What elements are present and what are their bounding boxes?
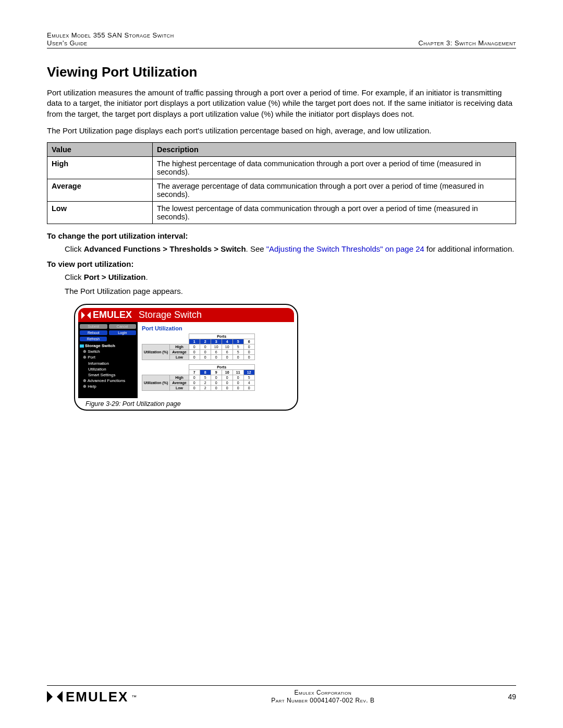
proc2-heading: To view port utilization: [47,260,516,268]
submit-button[interactable]: Submit [80,324,107,329]
reboot-button[interactable]: Reboot [80,330,107,335]
intro-para-1: Port utilization measures the amount of … [47,88,516,119]
tree-port[interactable]: Port [80,354,136,360]
proc2-line2: The Port Utilization page appears. [65,286,516,297]
header-left-2: User's Guide [47,39,88,47]
th-description: Description [153,143,516,157]
tree-help[interactable]: Help [80,384,136,389]
ports-table-1: Ports 1 2 3 4 5 6 Utilization (%) Hi [142,334,255,360]
footer-center: Emulex Corporation Part Number 00041407-… [271,689,374,705]
figure-caption: Figure 3-29: Port Utilization page [85,400,294,408]
switch-icon [80,344,84,348]
tree-information[interactable]: Information [80,361,136,366]
port-utilization-screenshot: EMULEX Storage Switch Submit Cancel Rebo… [74,304,298,411]
proc1-body: Click Advanced Functions > Thresholds > … [65,243,516,254]
row-value: High [47,157,153,179]
row-desc: The highest percentage of data communica… [153,157,516,179]
th-value: Value [47,143,153,157]
brand-name: EMULEX [93,310,132,320]
row-desc: The average percentage of data communica… [153,179,516,202]
emulex-footer-logo: EMULEX™ [47,689,138,705]
emulex-logo-icon [81,312,91,319]
value-description-table: Value Description High The highest perce… [47,142,516,224]
table-row: Average The average percentage of data c… [47,179,516,202]
intro-para-2: The Port Utilization page displays each … [47,126,516,136]
proc1-heading: To change the port utilization interval: [47,231,516,240]
sidebar: Submit Cancel Reboot Login Refresh Stora… [78,322,138,398]
tree-smart-settings[interactable]: Smart Settings [80,372,136,378]
header-rule [47,48,516,48]
page-number: 49 [508,693,516,701]
link-adjust-thresholds[interactable]: "Adjusting the Switch Thresholds" on pag… [266,244,424,253]
main-panel: Port Utilization Ports 1 2 3 4 5 [138,322,294,398]
util-label: Utilization (%) [142,344,170,360]
proc2-line1: Click Port > Utilization. [65,272,516,282]
util-label: Utilization (%) [142,375,170,391]
ports-table-2: Ports 7 8 9 10 11 12 Utilization (%) [142,364,255,391]
table-row: Low The lowest percentage of data commun… [47,202,516,224]
app-title-bar: EMULEX Storage Switch [78,308,294,322]
tree-advanced-functions[interactable]: Advanced Functions [80,378,136,384]
ports-header: Ports [189,334,254,339]
header-left-1: Emulex Model 355 SAN Storage Switch [47,31,174,39]
refresh-button[interactable]: Refresh [80,337,107,341]
emulex-logo-icon [47,691,63,702]
login-button[interactable]: Login [109,330,137,335]
panel-title: Port Utilization [142,325,291,331]
row-value: Average [47,179,153,202]
header-right-2: Chapter 3: Switch Management [418,39,516,47]
cancel-button[interactable]: Cancel [109,324,137,329]
tree-utilization[interactable]: Utilization [80,366,136,372]
footer-rule [47,685,516,686]
nav-tree: Storage Switch Switch Port Information U… [80,343,136,390]
brand-sub: Storage Switch [139,310,202,320]
row-value: Low [47,202,153,224]
table-row: High The highest percentage of data comm… [47,157,516,179]
tree-root[interactable]: Storage Switch [85,343,115,348]
ports-header: Ports [189,365,254,370]
tree-switch[interactable]: Switch [80,349,136,354]
page-title: Viewing Port Utilization [47,64,516,80]
row-desc: The lowest percentage of data communicat… [153,202,516,224]
